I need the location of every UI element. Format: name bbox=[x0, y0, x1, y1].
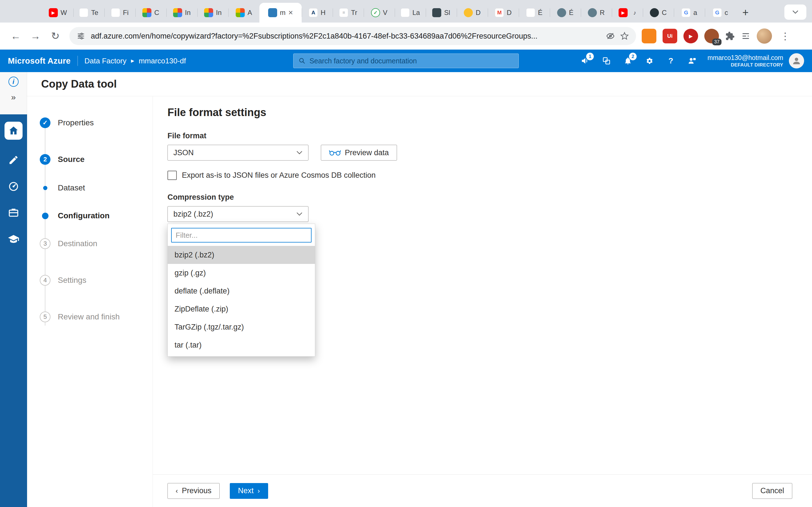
dropdown-filter-input[interactable] bbox=[171, 228, 312, 242]
tab-close-icon[interactable]: × bbox=[289, 9, 293, 17]
extensions-row: Ui ▶ 37 ⋮ bbox=[642, 29, 792, 44]
azure-avatar[interactable] bbox=[789, 53, 804, 68]
browser-tab[interactable]: C bbox=[643, 3, 674, 22]
rail-item-author[interactable] bbox=[7, 154, 20, 166]
browser-tab[interactable]: C bbox=[135, 3, 166, 22]
site-settings-icon[interactable] bbox=[77, 32, 85, 40]
help-icon[interactable]: ? bbox=[665, 55, 676, 66]
metamask-extension-icon[interactable] bbox=[642, 29, 656, 43]
export-as-is-checkbox[interactable] bbox=[167, 171, 177, 180]
browser-tab[interactable]: m × bbox=[259, 3, 302, 22]
notifications-bell-icon[interactable]: 2 bbox=[622, 55, 633, 66]
file-format-value: JSON bbox=[173, 149, 194, 157]
browser-tab[interactable]: M D bbox=[488, 3, 519, 22]
tab-title: La bbox=[412, 9, 420, 17]
switch-view-icon[interactable] bbox=[601, 55, 612, 66]
browser-tab[interactable]: ≡ Tr bbox=[333, 3, 364, 22]
chevron-down-icon bbox=[792, 10, 799, 14]
paw-extension-icon[interactable]: 37 bbox=[704, 29, 719, 43]
url-text[interactable]: adf.azure.com/en/home/copywizard?factory… bbox=[91, 32, 601, 41]
tab-title: V bbox=[383, 9, 388, 17]
browser-tab[interactable]: D bbox=[457, 3, 488, 22]
compression-option[interactable]: tar (.tar) bbox=[168, 336, 315, 354]
whats-new-icon[interactable]: 1 bbox=[579, 55, 591, 66]
search-input[interactable] bbox=[310, 57, 513, 65]
reload-button[interactable]: ↻ bbox=[47, 27, 64, 45]
browser-tab[interactable]: A H bbox=[302, 3, 333, 22]
tab-title: C bbox=[154, 9, 159, 17]
video-extension-icon[interactable]: ▶ bbox=[683, 29, 698, 43]
ui-extension-icon[interactable]: Ui bbox=[663, 29, 677, 43]
next-button[interactable]: Next › bbox=[230, 483, 268, 499]
wizard-step[interactable]: ✓ Properties bbox=[27, 113, 153, 132]
address-bar[interactable]: adf.azure.com/en/home/copywizard?factory… bbox=[69, 27, 636, 45]
compression-option[interactable]: TarGZip (.tgz/.tar.gz) bbox=[168, 318, 315, 336]
browser-tab[interactable]: In bbox=[197, 3, 229, 22]
bookmark-star-icon[interactable] bbox=[620, 32, 629, 40]
previous-button[interactable]: ‹ Previous bbox=[167, 483, 220, 499]
side-panel-icon[interactable] bbox=[741, 31, 751, 41]
account-directory: DEFAULT DIRECTORY bbox=[707, 62, 783, 68]
step-label: Review and finish bbox=[58, 313, 119, 321]
browser-tab[interactable]: In bbox=[166, 3, 197, 22]
export-as-is-row[interactable]: Export as-is to JSON files or Azure Cosm… bbox=[167, 171, 812, 180]
browser-tab[interactable]: La bbox=[395, 3, 426, 22]
breadcrumb-factory[interactable]: mmarco130-df bbox=[139, 57, 186, 65]
preview-data-button[interactable]: Preview data bbox=[321, 145, 397, 161]
browser-menu-icon[interactable]: ⋮ bbox=[778, 31, 792, 42]
browser-tab[interactable]: Te bbox=[73, 3, 104, 22]
cancel-button[interactable]: Cancel bbox=[752, 483, 792, 499]
settings-gear-icon[interactable] bbox=[644, 55, 655, 66]
feedback-icon[interactable] bbox=[687, 55, 698, 66]
compression-option[interactable]: gzip (.gz) bbox=[168, 264, 315, 282]
wizard-step[interactable]: Dataset bbox=[27, 178, 153, 198]
browser-profile-avatar[interactable] bbox=[757, 29, 772, 44]
factory-search[interactable] bbox=[293, 54, 519, 68]
wizard-step[interactable]: 4 Settings bbox=[27, 271, 153, 290]
compression-option[interactable]: ZipDeflate (.zip) bbox=[168, 300, 315, 318]
wizard-step[interactable]: 3 Destination bbox=[27, 234, 153, 253]
compression-type-select[interactable]: bzip2 (.bz2) bbox=[167, 206, 308, 222]
browser-tab[interactable]: A bbox=[229, 3, 259, 22]
step-marker: 4 bbox=[40, 275, 50, 286]
info-icon[interactable]: i bbox=[8, 76, 18, 87]
rail-item-home[interactable] bbox=[4, 122, 22, 140]
compression-option[interactable]: bzip2 (.bz2) bbox=[168, 246, 315, 264]
browser-tab[interactable]: ▶ W bbox=[42, 3, 73, 22]
tab-favicon-icon bbox=[268, 8, 277, 17]
breadcrumb-app[interactable]: Data Factory bbox=[85, 57, 126, 65]
expand-rail-icon[interactable]: » bbox=[11, 93, 16, 101]
browser-tab[interactable]: Fi bbox=[104, 3, 135, 22]
account-info[interactable]: mmarco130@hotmail.com DEFAULT DIRECTORY bbox=[707, 54, 783, 68]
azure-brand[interactable]: Microsoft Azure bbox=[8, 56, 71, 66]
chevron-left-icon: ‹ bbox=[175, 488, 178, 494]
browser-tab[interactable]: É bbox=[519, 3, 550, 22]
rail-item-monitor[interactable] bbox=[7, 180, 20, 193]
browser-tab[interactable]: R bbox=[581, 3, 612, 22]
browser-tab[interactable]: Sl bbox=[426, 3, 457, 22]
breadcrumb-chevron-icon: ▶ bbox=[131, 58, 134, 63]
extensions-puzzle-icon[interactable] bbox=[725, 31, 735, 41]
browser-tab[interactable]: É bbox=[550, 3, 581, 22]
compression-option[interactable]: deflate (.deflate) bbox=[168, 282, 315, 300]
browser-tab[interactable]: G a bbox=[674, 3, 705, 22]
rail-item-manage[interactable] bbox=[7, 207, 20, 219]
browser-tab[interactable]: ▶ ♪ bbox=[612, 3, 643, 22]
browser-tab[interactable]: G c bbox=[705, 3, 736, 22]
step-marker: 2 bbox=[40, 154, 50, 165]
notifications-badge: 2 bbox=[629, 53, 637, 60]
wizard-step[interactable]: 2 Source bbox=[27, 150, 153, 169]
wizard-step[interactable]: Configuration bbox=[27, 206, 153, 225]
new-tab-button[interactable]: + bbox=[738, 4, 753, 20]
wizard-step[interactable]: 5 Review and finish bbox=[27, 307, 153, 327]
eye-blocked-icon[interactable] bbox=[606, 32, 615, 40]
step-label: Settings bbox=[58, 276, 86, 285]
browser-tab[interactable]: ✓ V bbox=[364, 3, 395, 22]
file-format-select[interactable]: JSON bbox=[167, 145, 308, 161]
tab-search-button[interactable] bbox=[784, 4, 806, 20]
rail-item-learning[interactable] bbox=[7, 233, 20, 245]
tab-title: a bbox=[693, 9, 697, 17]
back-button[interactable]: ← bbox=[7, 27, 24, 45]
adf-studio: i » Copy Data tool bbox=[0, 72, 812, 507]
forward-button[interactable]: → bbox=[27, 27, 44, 45]
